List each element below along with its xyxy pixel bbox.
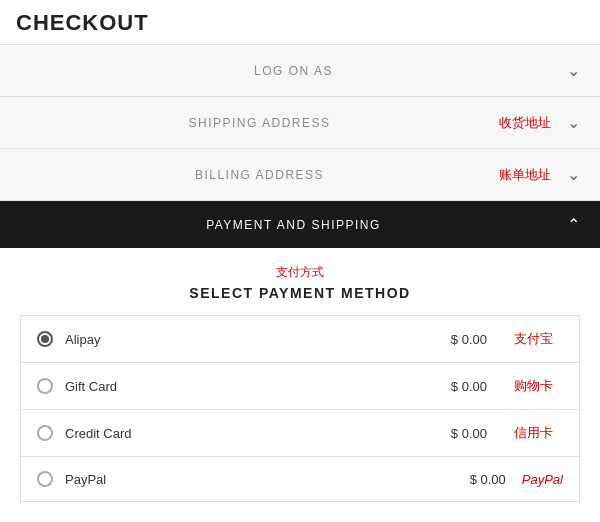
radio-paypal[interactable] [37, 471, 53, 487]
option-name-alipay: Alipay [65, 332, 451, 347]
option-price-giftcard: $ 0.00 [451, 379, 487, 394]
payment-shipping-label: PAYMENT AND SHIPPING [20, 218, 567, 232]
shipping-accordion[interactable]: SHIPPING ADDRESS 收货地址 ⌄ [0, 97, 600, 149]
payment-option-alipay[interactable]: Alipay $ 0.00 支付宝 [21, 316, 579, 363]
payment-option-giftcard[interactable]: Gift Card $ 0.00 购物卡 [21, 363, 579, 410]
payment-shipping-chevron-icon: ⌃ [567, 215, 580, 234]
payment-options-list: Alipay $ 0.00 支付宝 Gift Card $ 0.00 购物卡 C… [20, 315, 580, 502]
option-label-creditcard-cn: 信用卡 [503, 424, 563, 442]
page-title: CHECKOUT [16, 10, 149, 35]
page-header: CHECKOUT [0, 0, 600, 45]
option-label-alipay-cn: 支付宝 [503, 330, 563, 348]
payment-option-creditcard[interactable]: Credit Card $ 0.00 信用卡 [21, 410, 579, 457]
logon-chevron-icon: ⌄ [567, 61, 580, 80]
option-price-paypal: $ 0.00 [470, 472, 506, 487]
option-price-alipay: $ 0.00 [451, 332, 487, 347]
logon-label: LOG ON AS [20, 64, 567, 78]
billing-value: 账单地址 [499, 166, 551, 184]
billing-right: 账单地址 ⌄ [499, 165, 580, 184]
option-name-giftcard: Gift Card [65, 379, 451, 394]
shipping-right: 收货地址 ⌄ [499, 113, 580, 132]
payment-title: SELECT PAYMENT METHOD [20, 285, 580, 301]
billing-chevron-icon: ⌄ [567, 165, 580, 184]
billing-accordion[interactable]: BILLING ADDRESS 账单地址 ⌄ [0, 149, 600, 201]
option-label-giftcard-cn: 购物卡 [503, 377, 563, 395]
payment-section: 支付方式 SELECT PAYMENT METHOD Alipay $ 0.00… [0, 248, 600, 510]
shipping-label: SHIPPING ADDRESS [20, 116, 499, 130]
payment-subtitle: 支付方式 [20, 264, 580, 281]
option-price-creditcard: $ 0.00 [451, 426, 487, 441]
shipping-chevron-icon: ⌄ [567, 113, 580, 132]
shipping-value: 收货地址 [499, 114, 551, 132]
radio-alipay-inner [41, 335, 49, 343]
option-label-paypal-cn: PayPal [522, 472, 563, 487]
option-name-creditcard: Credit Card [65, 426, 451, 441]
option-name-paypal: PayPal [65, 472, 470, 487]
logon-accordion[interactable]: LOG ON AS ⌄ [0, 45, 600, 97]
radio-giftcard[interactable] [37, 378, 53, 394]
radio-alipay[interactable] [37, 331, 53, 347]
radio-creditcard[interactable] [37, 425, 53, 441]
logon-right: ⌄ [567, 61, 580, 80]
payment-option-paypal[interactable]: PayPal $ 0.00 PayPal [21, 457, 579, 501]
payment-shipping-accordion[interactable]: PAYMENT AND SHIPPING ⌃ [0, 201, 600, 248]
billing-label: BILLING ADDRESS [20, 168, 499, 182]
